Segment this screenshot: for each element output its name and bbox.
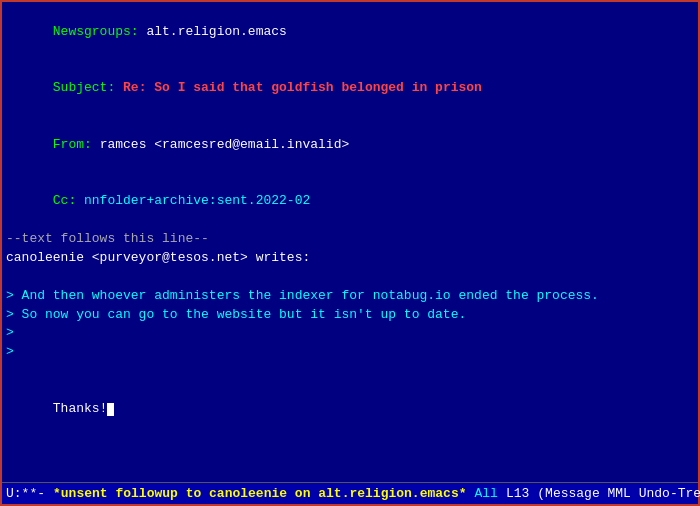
- newsgroups-label: Newsgroups:: [53, 24, 139, 39]
- subject-label: Subject:: [53, 80, 115, 95]
- status-bar: U:**- *unsent followup to canoleenie on …: [2, 482, 698, 504]
- status-pos: L13: [506, 486, 529, 501]
- subject-line: Subject: Re: So I said that goldfish bel…: [6, 61, 694, 118]
- from-line: From: ramces <ramcesred@email.invalid>: [6, 117, 694, 174]
- blank-after-author: [6, 268, 694, 287]
- gcc-label: Cc:: [53, 193, 76, 208]
- app-window: Newsgroups: alt.religion.emacs Subject: …: [0, 0, 700, 506]
- thanks-text: Thanks!: [53, 401, 108, 416]
- gcc-value: nnfolder+archive:sent.2022-02: [76, 193, 310, 208]
- newsgroups-value: alt.religion.emacs: [139, 24, 287, 39]
- status-modes: (Message MML Undo-Tree: [537, 486, 700, 501]
- main-content[interactable]: Newsgroups: alt.religion.emacs Subject: …: [2, 2, 698, 482]
- body-thanks-line: Thanks!: [6, 381, 694, 438]
- body-blank-line: [6, 362, 694, 381]
- from-label: From:: [53, 137, 92, 152]
- quoted-line-1: > And then whoever administers the index…: [6, 287, 694, 306]
- from-value: ramces <ramcesred@email.invalid>: [92, 137, 349, 152]
- separator-line: --text follows this line--: [6, 230, 694, 249]
- subject-value: Re: So I said that goldfish belonged in …: [115, 80, 482, 95]
- status-all: All: [474, 486, 497, 501]
- quoted-line-3: >: [6, 324, 694, 343]
- author-line: canoleenie <purveyor@tesos.net> writes:: [6, 249, 694, 268]
- quoted-line-4: >: [6, 343, 694, 362]
- gcc-line: Cc: nnfolder+archive:sent.2022-02: [6, 174, 694, 231]
- status-filename: *unsent followup to canoleenie on alt.re…: [53, 486, 466, 501]
- cursor: [107, 403, 114, 416]
- newsgroups-line: Newsgroups: alt.religion.emacs: [6, 4, 694, 61]
- quoted-line-2: > So now you can go to the website but i…: [6, 306, 694, 325]
- status-mode: U:**-: [6, 486, 45, 501]
